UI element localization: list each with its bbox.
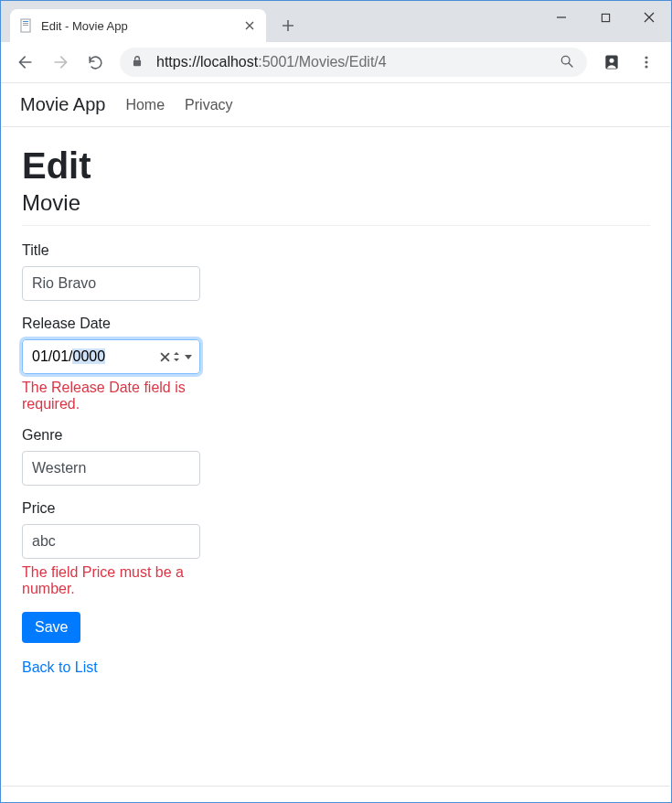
- field-genre: Genre: [22, 427, 260, 486]
- svg-point-11: [645, 65, 647, 68]
- svg-rect-3: [23, 25, 28, 26]
- search-icon[interactable]: [560, 54, 576, 70]
- page-title: Edit: [22, 145, 650, 187]
- close-tab-icon[interactable]: [242, 18, 257, 33]
- profile-button[interactable]: [596, 47, 627, 78]
- date-clear-icon[interactable]: [160, 352, 170, 362]
- input-release-date[interactable]: 01/01/0000: [22, 339, 200, 374]
- label-title: Title: [22, 242, 260, 259]
- nav-link-privacy[interactable]: Privacy: [185, 97, 232, 113]
- browser-toolbar: https://localhost:5001/Movies/Edit/4: [1, 42, 671, 83]
- page-subtitle: Movie: [22, 190, 650, 216]
- svg-point-9: [645, 56, 647, 59]
- url-scheme: https://: [156, 54, 200, 70]
- error-price: The field Price must be a number.: [22, 564, 200, 597]
- page-viewport[interactable]: Movie App Home Privacy Edit Movie Title …: [2, 83, 670, 801]
- page-favicon-icon: [19, 18, 34, 33]
- page-content: Edit Movie Title Release Date 01/01/0000: [2, 127, 670, 786]
- date-text: 01/01/0000: [32, 348, 105, 365]
- nav-forward-button[interactable]: [45, 47, 76, 78]
- nav-back-button[interactable]: [10, 47, 41, 78]
- browser-tab[interactable]: Edit - Movie App: [10, 9, 266, 42]
- input-price[interactable]: [22, 524, 200, 559]
- window-minimize-button[interactable]: [539, 1, 583, 34]
- label-genre: Genre: [22, 427, 260, 444]
- nav-link-home[interactable]: Home: [125, 97, 165, 113]
- new-tab-button[interactable]: [275, 13, 301, 38]
- window-maximize-button[interactable]: [583, 1, 627, 34]
- svg-rect-4: [602, 14, 609, 21]
- back-to-list-link[interactable]: Back to List: [22, 659, 98, 676]
- svg-point-8: [610, 59, 614, 63]
- svg-rect-2: [23, 23, 28, 24]
- site-footer: © 2019 - Movie App - Privacy: [2, 786, 670, 801]
- menu-button[interactable]: [631, 47, 662, 78]
- window-close-button[interactable]: [627, 1, 671, 34]
- address-bar[interactable]: https://localhost:5001/Movies/Edit/4: [120, 48, 587, 77]
- nav-reload-button[interactable]: [80, 47, 111, 78]
- save-button[interactable]: Save: [22, 612, 80, 643]
- svg-rect-1: [23, 21, 28, 22]
- input-title[interactable]: [22, 266, 200, 301]
- lock-icon: [131, 55, 145, 70]
- browser-titlebar: Edit - Movie App: [1, 1, 671, 42]
- svg-rect-5: [133, 60, 141, 66]
- url-path: :5001/Movies/Edit/4: [258, 54, 387, 70]
- browser-tab-title: Edit - Movie App: [41, 19, 242, 33]
- field-release-date: Release Date 01/01/0000 The Release Date…: [22, 316, 260, 412]
- label-release-date: Release Date: [22, 316, 260, 332]
- divider: [22, 225, 650, 226]
- date-picker-icon[interactable]: [183, 351, 194, 362]
- svg-point-10: [645, 60, 647, 63]
- field-price: Price The field Price must be a number.: [22, 500, 260, 597]
- brand-link[interactable]: Movie App: [20, 94, 105, 115]
- error-release-date: The Release Date field is required.: [22, 380, 200, 412]
- label-price: Price: [22, 500, 260, 517]
- url-host: localhost: [200, 54, 258, 70]
- input-genre[interactable]: [22, 451, 200, 486]
- url-text: https://localhost:5001/Movies/Edit/4: [156, 54, 387, 70]
- window-controls: [539, 1, 671, 34]
- site-navbar: Movie App Home Privacy: [2, 83, 670, 127]
- date-spinner-icon[interactable]: [172, 350, 181, 363]
- field-title: Title: [22, 242, 260, 301]
